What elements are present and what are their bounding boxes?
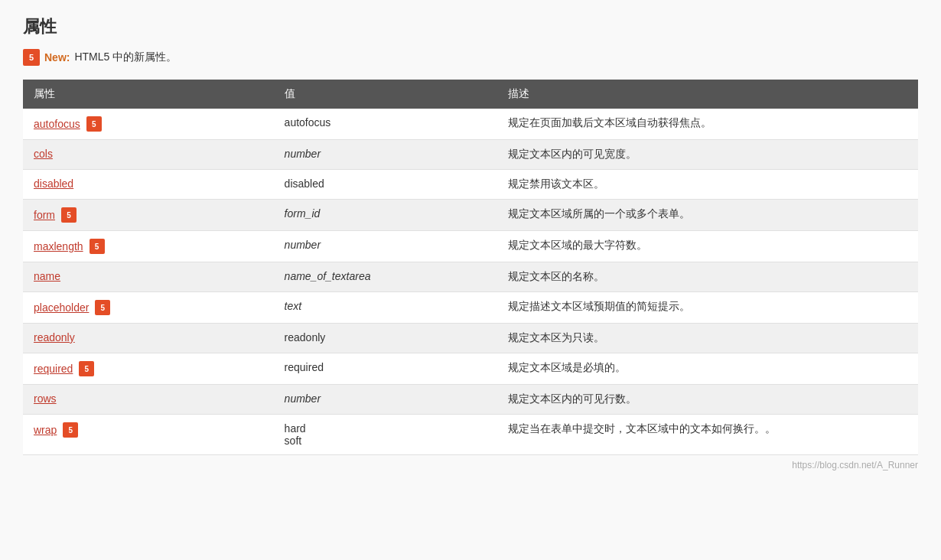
desc-cell: 规定禁用该文本区。 bbox=[497, 170, 918, 200]
desc-cell: 规定在页面加载后文本区域自动获得焦点。 bbox=[497, 109, 918, 140]
value-cell: disabled bbox=[274, 170, 498, 200]
attr-link[interactable]: wrap bbox=[34, 424, 57, 436]
table-row: placeholder5text规定描述文本区域预期值的简短提示。 bbox=[23, 292, 918, 324]
html5-new-icon: 5 bbox=[79, 361, 94, 376]
value-cell: hardsoft bbox=[274, 415, 498, 455]
attributes-table: 属性 值 描述 autofocus5autofocus规定在页面加载后文本区域自… bbox=[23, 80, 918, 455]
table-row: readonlyreadonly规定文本区为只读。 bbox=[23, 324, 918, 353]
attr-cell: form5 bbox=[23, 200, 274, 231]
value-cell: name_of_textarea bbox=[274, 262, 498, 292]
table-row: maxlength5number规定文本区域的最大字符数。 bbox=[23, 231, 918, 262]
table-row: namename_of_textarea规定文本区的名称。 bbox=[23, 262, 918, 292]
attr-link[interactable]: cols bbox=[34, 148, 53, 160]
value-cell: number bbox=[274, 231, 498, 262]
attr-link[interactable]: rows bbox=[34, 392, 57, 405]
desc-cell: 规定文本区为只读。 bbox=[497, 324, 918, 353]
desc-cell: 规定文本区域是必填的。 bbox=[497, 353, 918, 385]
table-row: required5required规定文本区域是必填的。 bbox=[23, 353, 918, 385]
value-cell: number bbox=[274, 385, 498, 415]
html5-new-icon: 5 bbox=[95, 300, 110, 315]
attr-cell: autofocus5 bbox=[23, 109, 274, 140]
html5-new-icon: 5 bbox=[90, 239, 105, 254]
header-attr: 属性 bbox=[23, 80, 274, 109]
page-title: 属性 bbox=[23, 15, 918, 38]
table-row: disableddisabled规定禁用该文本区。 bbox=[23, 170, 918, 200]
value-cell: text bbox=[274, 292, 498, 324]
table-row: form5form_id规定文本区域所属的一个或多个表单。 bbox=[23, 200, 918, 231]
attr-cell: name bbox=[23, 262, 274, 292]
desc-cell: 规定文本区内的可见行数。 bbox=[497, 385, 918, 415]
header-desc: 描述 bbox=[497, 80, 918, 109]
table-header-row: 属性 值 描述 bbox=[23, 80, 918, 109]
desc-cell: 规定描述文本区域预期值的简短提示。 bbox=[497, 292, 918, 324]
attr-link[interactable]: name bbox=[34, 270, 60, 282]
desc-cell: 规定当在表单中提交时，文本区域中的文本如何换行。。 bbox=[497, 415, 918, 455]
attr-link[interactable]: maxlength bbox=[34, 240, 83, 252]
desc-cell: 规定文本区域的最大字符数。 bbox=[497, 231, 918, 262]
attr-link[interactable]: placeholder bbox=[34, 301, 89, 314]
attr-cell: required5 bbox=[23, 353, 274, 385]
attr-link[interactable]: autofocus bbox=[34, 118, 80, 130]
attr-link[interactable]: required bbox=[34, 363, 73, 375]
html5-new-icon: 5 bbox=[86, 116, 102, 132]
table-row: colsnumber规定文本区内的可见宽度。 bbox=[23, 140, 918, 170]
attr-cell: cols bbox=[23, 140, 274, 170]
header-value: 值 bbox=[274, 80, 498, 109]
html5-new-icon: 5 bbox=[61, 207, 77, 223]
attr-cell: disabled bbox=[23, 170, 274, 200]
attr-cell: placeholder5 bbox=[23, 292, 274, 324]
new-label: New: bbox=[44, 51, 70, 63]
desc-cell: 规定文本区内的可见宽度。 bbox=[497, 140, 918, 170]
value-cell: required bbox=[274, 353, 498, 385]
table-row: autofocus5autofocus规定在页面加载后文本区域自动获得焦点。 bbox=[23, 109, 918, 140]
attr-cell: readonly bbox=[23, 324, 274, 353]
html5-note: 5 New: HTML5 中的新属性。 bbox=[23, 49, 918, 66]
html5-badge-icon: 5 bbox=[23, 49, 40, 66]
attr-link[interactable]: disabled bbox=[34, 177, 73, 190]
table-row: rowsnumber规定文本区内的可见行数。 bbox=[23, 385, 918, 415]
html5-note-text: HTML5 中的新属性。 bbox=[74, 50, 177, 64]
attr-link[interactable]: readonly bbox=[34, 331, 75, 343]
value-cell: autofocus bbox=[274, 109, 498, 140]
html5-new-icon: 5 bbox=[63, 422, 78, 438]
attr-cell: rows bbox=[23, 385, 274, 415]
attr-cell: wrap5 bbox=[23, 415, 274, 455]
attr-link[interactable]: form bbox=[34, 209, 55, 221]
desc-cell: 规定文本区域所属的一个或多个表单。 bbox=[497, 200, 918, 231]
table-row: wrap5hardsoft规定当在表单中提交时，文本区域中的文本如何换行。。 bbox=[23, 415, 918, 455]
desc-cell: 规定文本区的名称。 bbox=[497, 262, 918, 292]
watermark: https://blog.csdn.net/A_Runner bbox=[23, 460, 918, 470]
value-cell: form_id bbox=[274, 200, 498, 231]
value-cell: number bbox=[274, 140, 498, 170]
attr-cell: maxlength5 bbox=[23, 231, 274, 262]
value-cell: readonly bbox=[274, 324, 498, 353]
